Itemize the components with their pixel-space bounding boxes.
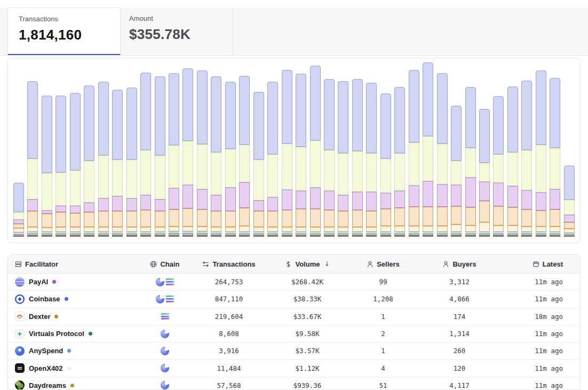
chart-bar[interactable] xyxy=(140,73,151,237)
chart-bar[interactable] xyxy=(84,85,94,237)
chart-bar-segment-series-cream xyxy=(282,227,292,232)
chart-bar[interactable] xyxy=(493,96,504,237)
column-header-sellers[interactable]: Sellers xyxy=(356,260,410,268)
chart-bar-segment-series-purple xyxy=(211,195,221,211)
transactions-chart-card xyxy=(7,58,581,243)
latest-value: 11m ago xyxy=(508,295,580,303)
chart-bar[interactable] xyxy=(13,183,24,237)
chart-bar-segment-series-peach xyxy=(310,209,321,227)
chart-bar-segment-series-cream xyxy=(550,227,560,232)
table-body: PayAI264,753$268.42K993,31211m agoCoinba… xyxy=(8,274,580,390)
chart-bar[interactable] xyxy=(423,63,433,237)
tab-amount-label: Amount xyxy=(129,14,233,22)
chart-bar[interactable] xyxy=(465,87,476,237)
anyspend-logo-icon xyxy=(15,346,25,356)
column-header-chain[interactable]: Chain xyxy=(131,260,199,268)
chart-bar[interactable] xyxy=(521,81,532,237)
column-header-volume[interactable]: Volume↓ xyxy=(259,260,356,268)
column-header-transactions[interactable]: Transactions xyxy=(199,260,259,268)
chart-bar[interactable] xyxy=(211,76,221,237)
table-row[interactable]: Dexter219,604$33.67K117418m ago xyxy=(8,308,580,325)
chart-bar[interactable] xyxy=(169,73,179,237)
chart-bar[interactable] xyxy=(352,79,363,237)
chart-bar[interactable] xyxy=(239,76,250,237)
column-header-facilitator[interactable]: Facilitator xyxy=(8,260,131,268)
chart-bar-segment-series-peach xyxy=(84,212,94,227)
chart-bar[interactable] xyxy=(394,87,405,237)
chart-bar[interactable] xyxy=(437,73,448,237)
sellers-value: 1 xyxy=(356,313,410,321)
chart-bar-segment-series-maroon xyxy=(521,236,532,237)
chart-bar[interactable] xyxy=(310,66,321,237)
chart-bar[interactable] xyxy=(155,76,165,237)
chart-bar-segment-series-maroon xyxy=(437,236,448,237)
tab-amount[interactable]: Amount $355.78K xyxy=(121,7,233,55)
chart-bar-segment-series-lavender xyxy=(338,81,348,153)
table-row[interactable]: AnySpend3,916$3.57K126011m ago xyxy=(8,342,580,360)
chart-bar[interactable] xyxy=(253,92,264,237)
column-header-buyers[interactable]: Buyers xyxy=(410,260,508,268)
chart-bar[interactable] xyxy=(267,82,278,237)
chart-bar[interactable] xyxy=(338,81,348,237)
chart-bar-segment-series-yellow xyxy=(536,145,546,192)
chart-bar[interactable] xyxy=(42,96,52,237)
chart-bar-segment-series-lavender xyxy=(13,183,24,212)
chart-bar[interactable] xyxy=(126,88,137,237)
volume-value: $1.12K xyxy=(259,364,356,372)
table-row[interactable]: OpenX40211,484$1.12K412011m ago xyxy=(8,360,580,377)
chart-bar-segment-series-peach xyxy=(225,211,236,227)
chart-bar[interactable] xyxy=(27,81,38,237)
chart-bar[interactable] xyxy=(507,87,518,237)
chart-bar[interactable] xyxy=(182,68,193,237)
chart-bar[interactable] xyxy=(112,90,123,237)
chart-bar-segment-series-lavender xyxy=(225,82,236,149)
chart-bar[interactable] xyxy=(536,71,546,237)
chart-bar[interactable] xyxy=(197,71,208,237)
chart-bar-segment-series-purple xyxy=(253,200,264,211)
chart-bar[interactable] xyxy=(564,166,575,237)
chart-bar-segment-series-peach xyxy=(521,209,532,227)
facilitator-name: Dexter xyxy=(29,313,50,321)
chart-bar-segment-series-yellow xyxy=(84,161,94,202)
chart-bar[interactable] xyxy=(225,82,236,237)
chart-bar-segment-series-purple xyxy=(493,183,504,206)
column-label-chain: Chain xyxy=(160,260,179,268)
chart-bar-segment-series-lavender xyxy=(550,78,560,148)
chart-bar-segment-series-lavender xyxy=(366,83,377,153)
chart-bar[interactable] xyxy=(55,96,66,237)
chart-bar-segment-series-peach xyxy=(98,211,109,227)
chart-bar[interactable] xyxy=(70,93,81,237)
chart-bar-segment-series-maroon xyxy=(451,236,462,237)
chart-bar-segment-series-lavender xyxy=(84,85,94,161)
tab-transactions[interactable]: Transactions 1,814,160 xyxy=(7,7,121,55)
chart-bar-segment-series-purple xyxy=(352,192,363,210)
chart-bar-segment-series-maroon xyxy=(493,236,504,237)
chart-bar[interactable] xyxy=(380,93,391,237)
chart-bar[interactable] xyxy=(479,109,490,237)
table-row[interactable]: Daydreams57,568$939.36514,11711m ago xyxy=(8,377,580,390)
status-dot xyxy=(67,366,71,370)
solana-chain-icon xyxy=(161,313,169,320)
chart-bar[interactable] xyxy=(366,83,377,237)
chart-bar[interactable] xyxy=(324,79,335,237)
chart-bar-segment-series-maroon xyxy=(42,236,52,237)
chart-bar[interactable] xyxy=(282,70,292,237)
stacked-bar-chart xyxy=(13,60,575,237)
chart-bar-segment-series-maroon xyxy=(70,236,81,237)
table-row[interactable]: Virtuals Protocol8,608$9.58K21,31411m ag… xyxy=(8,325,580,342)
chart-bar-segment-series-peach xyxy=(13,224,24,228)
chart-bar[interactable] xyxy=(550,78,560,237)
table-row[interactable]: PayAI264,753$268.42K993,31211m ago xyxy=(8,274,580,291)
chart-bar-segment-series-cream xyxy=(493,225,504,232)
chart-bar[interactable] xyxy=(98,82,109,237)
chart-bar-segment-series-maroon xyxy=(112,236,123,237)
table-row[interactable]: Coinbase847,110$38.33K1,2084,86611m ago xyxy=(8,291,580,308)
chart-bar-segment-series-lavender xyxy=(155,76,165,155)
chart-bar[interactable] xyxy=(409,70,419,237)
sort-desc-icon: ↓ xyxy=(324,260,329,268)
chart-bar[interactable] xyxy=(451,106,462,237)
chart-bar-segment-series-yellow xyxy=(338,153,348,195)
column-header-latest[interactable]: Latest xyxy=(508,260,580,268)
chart-bar[interactable] xyxy=(296,74,306,237)
volume-value: $38.33K xyxy=(259,295,356,303)
